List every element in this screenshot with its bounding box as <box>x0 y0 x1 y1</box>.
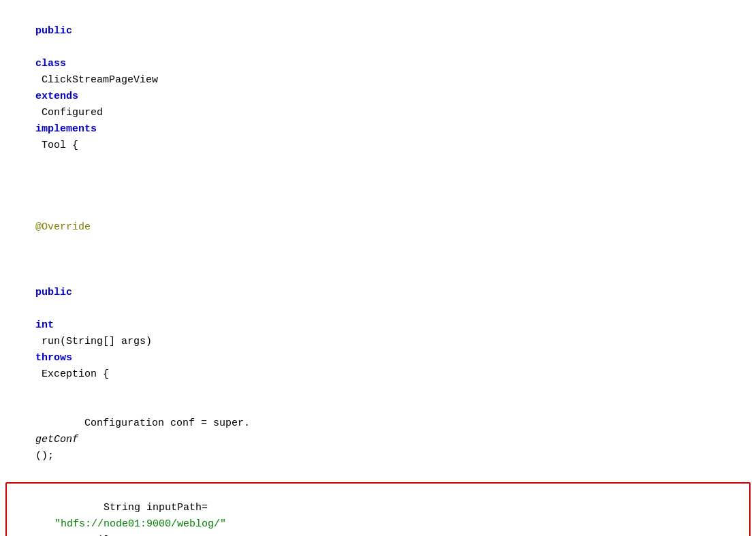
text <box>35 205 60 217</box>
code-line-conf: Configuration conf = super. getConf (); <box>0 399 756 481</box>
text <box>35 42 42 53</box>
text: ClickStreamPageView <box>35 74 164 86</box>
text: run(String[] args) <box>35 336 158 347</box>
code-container: public class ClickStreamPageView extends… <box>0 0 756 536</box>
text <box>35 303 42 315</box>
text: Tool { <box>35 140 78 151</box>
code-line-method: public int run(String[] args) throws Exc… <box>0 252 756 399</box>
code-line-blank1 <box>0 170 756 187</box>
text: (); <box>35 450 54 462</box>
annotation-override: @Override <box>35 221 91 233</box>
code-line-1: public class ClickStreamPageView extends… <box>0 7 756 170</box>
text: Exception { <box>35 368 109 380</box>
keyword-implements: implements <box>35 123 97 135</box>
keyword-int: int <box>35 319 54 331</box>
text: Configuration conf = super. <box>35 417 250 429</box>
keyword-class: class <box>35 58 66 69</box>
keyword-extends: extends <box>35 91 78 102</box>
method-getconf: getConf <box>35 434 78 445</box>
text: String inputPath= <box>54 502 208 514</box>
keyword-throws: throws <box>35 352 72 364</box>
text <box>35 270 60 282</box>
string-hdfs1: "hdfs://node01:9000/weblog/" <box>54 518 226 530</box>
code-line-inputpath: String inputPath= "hdfs://node01:9000/we… <box>7 484 749 536</box>
code-line-override: @Override <box>0 187 756 252</box>
keyword-public: public <box>35 25 72 37</box>
text: Configured <box>35 107 109 119</box>
highlight-box-1: String inputPath= "hdfs://node01:9000/we… <box>5 482 751 536</box>
keyword-public2: public <box>35 287 72 298</box>
